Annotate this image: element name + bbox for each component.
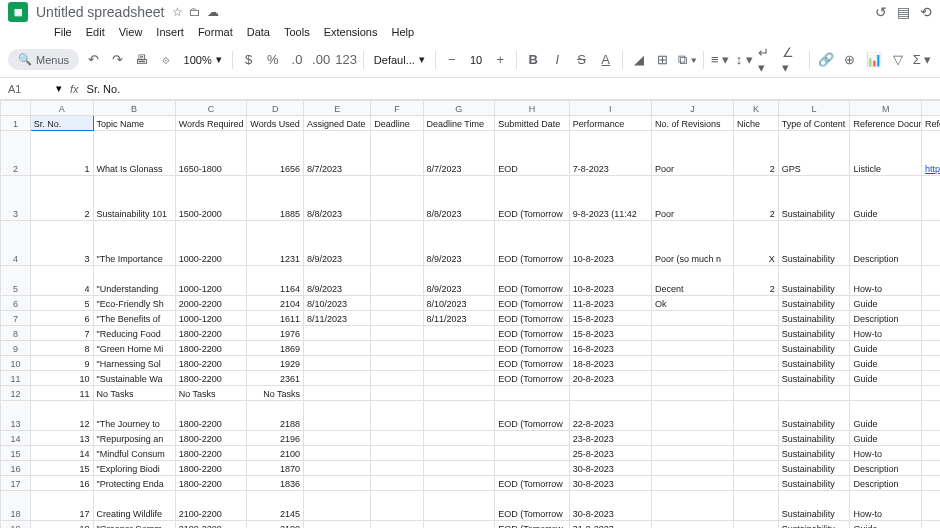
cell[interactable]: "The Journey to [93, 401, 175, 431]
cell[interactable]: 16 [30, 476, 93, 491]
cell[interactable] [304, 461, 371, 476]
cell[interactable]: 7-8-2023 [569, 131, 651, 176]
cell[interactable]: How-to [850, 491, 922, 521]
header-cell[interactable]: Words Used [247, 116, 304, 131]
share-icon[interactable]: ⟲ [920, 4, 932, 20]
cell[interactable]: 1976 [247, 326, 304, 341]
percent-button[interactable]: % [263, 49, 283, 71]
cell[interactable]: Poor (so much n [651, 221, 733, 266]
row-header[interactable]: 8 [1, 326, 31, 341]
cell[interactable]: 1870 [247, 461, 304, 476]
cell[interactable] [371, 341, 423, 356]
text-color-button[interactable]: A [596, 49, 616, 71]
cell[interactable]: 2104 [247, 296, 304, 311]
cell[interactable] [922, 521, 940, 529]
cell[interactable] [423, 326, 495, 341]
cell[interactable]: Description [850, 476, 922, 491]
cell[interactable] [922, 461, 940, 476]
cell[interactable] [304, 401, 371, 431]
print-button[interactable]: 🖶 [131, 49, 151, 71]
cell[interactable]: Sustainability 101 [93, 176, 175, 221]
cell[interactable] [651, 491, 733, 521]
header-cell[interactable]: Deadline Time [423, 116, 495, 131]
cell[interactable]: 1656 [247, 131, 304, 176]
cell[interactable] [423, 521, 495, 529]
cell[interactable] [423, 446, 495, 461]
row-header[interactable]: 15 [1, 446, 31, 461]
cell[interactable] [734, 476, 779, 491]
cell[interactable] [922, 266, 940, 296]
cell[interactable]: 9 [30, 356, 93, 371]
cell[interactable]: Guide [850, 521, 922, 529]
cell[interactable]: Sustainability [778, 491, 850, 521]
header-cell[interactable]: Words Required [175, 116, 247, 131]
cell-reference[interactable]: A1 [8, 83, 48, 95]
row-header[interactable]: 17 [1, 476, 31, 491]
cell[interactable] [734, 446, 779, 461]
row-header[interactable]: 14 [1, 431, 31, 446]
size-decrease-button[interactable]: − [442, 49, 462, 71]
header-cell[interactable]: Reference Document [922, 116, 940, 131]
more-formats-button[interactable]: 123 [335, 49, 357, 71]
cell[interactable]: EOD (Tomorrow [495, 326, 570, 341]
col-header-D[interactable]: D [247, 101, 304, 116]
cell[interactable]: EOD (Tomorrow [495, 476, 570, 491]
cell[interactable]: 1000-1200 [175, 266, 247, 296]
cell[interactable]: 3 [30, 221, 93, 266]
cell[interactable]: EOD (Tomorrow [495, 371, 570, 386]
currency-button[interactable]: $ [239, 49, 259, 71]
header-cell[interactable]: Assigned Date [304, 116, 371, 131]
cell[interactable] [922, 491, 940, 521]
cell[interactable]: 1836 [247, 476, 304, 491]
sheets-logo-icon[interactable]: ▦ [8, 2, 28, 22]
cell[interactable] [423, 401, 495, 431]
cell[interactable]: 1885 [247, 176, 304, 221]
cell[interactable] [371, 176, 423, 221]
cell[interactable] [495, 461, 570, 476]
cell[interactable] [651, 461, 733, 476]
cell[interactable]: 15 [30, 461, 93, 476]
cell[interactable]: EOD (Tomorrow [495, 266, 570, 296]
cell[interactable] [922, 326, 940, 341]
cell[interactable]: 2100-2200 [175, 491, 247, 521]
cell[interactable]: Poor [651, 176, 733, 221]
cell[interactable]: "Harnessing Sol [93, 356, 175, 371]
cell[interactable]: 8/8/2023 [423, 176, 495, 221]
col-header-B[interactable]: B [93, 101, 175, 116]
cell[interactable]: 2000-2200 [175, 296, 247, 311]
cell[interactable]: No Tasks [175, 386, 247, 401]
cell[interactable]: Sustainability [778, 176, 850, 221]
cell[interactable] [304, 431, 371, 446]
cell[interactable] [922, 356, 940, 371]
cell[interactable] [922, 311, 940, 326]
cell[interactable] [423, 356, 495, 371]
cell[interactable]: EOD (Tomorrow [495, 521, 570, 529]
cell[interactable] [734, 371, 779, 386]
halign-button[interactable]: ≡ ▾ [710, 49, 730, 71]
cell[interactable]: 8/9/2023 [304, 221, 371, 266]
cell[interactable]: 8/7/2023 [423, 131, 495, 176]
cell[interactable]: 1800-2200 [175, 476, 247, 491]
cell[interactable] [922, 221, 940, 266]
cell[interactable]: Sustainability [778, 401, 850, 431]
doc-title[interactable]: Untitled spreadsheet [36, 4, 164, 20]
move-icon[interactable]: 🗀 [189, 5, 201, 19]
cell[interactable]: 22-8-2023 [569, 401, 651, 431]
cell[interactable]: 18 [30, 521, 93, 529]
cell[interactable] [778, 386, 850, 401]
cell[interactable]: 8/8/2023 [304, 176, 371, 221]
cell[interactable]: Description [850, 461, 922, 476]
cell[interactable]: 1800-2200 [175, 356, 247, 371]
cell[interactable] [495, 386, 570, 401]
cell[interactable]: 9-8-2023 (11:42 [569, 176, 651, 221]
cell[interactable] [423, 476, 495, 491]
cell[interactable] [371, 401, 423, 431]
row-header[interactable]: 2 [1, 131, 31, 176]
cell[interactable]: Guide [850, 176, 922, 221]
cell[interactable] [495, 446, 570, 461]
cell[interactable]: Creating Wildlife [93, 491, 175, 521]
comment-icon[interactable]: ▤ [897, 4, 910, 20]
spreadsheet-grid[interactable]: ABCDEFGHIJKLMNOPQRS1Sr. No.Topic NameWor… [0, 100, 940, 528]
cell[interactable]: "Greener Comm [93, 521, 175, 529]
cell[interactable]: Guide [850, 356, 922, 371]
